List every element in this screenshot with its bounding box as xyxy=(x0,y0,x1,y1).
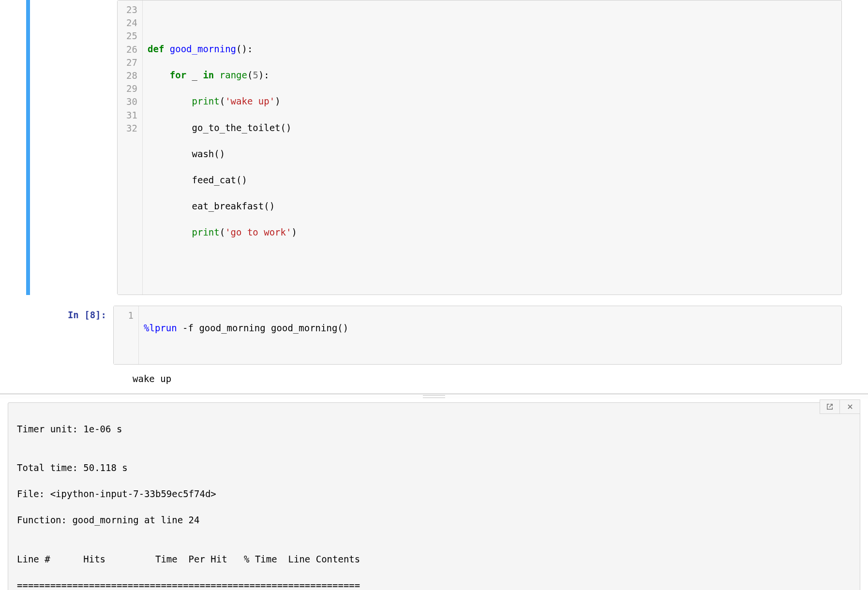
prompt-col: In [8]: xyxy=(26,306,113,320)
prompt-col-empty xyxy=(30,0,117,295)
code-line[interactable]: %lprun -f good_morning good_morning() xyxy=(144,322,837,335)
code-line[interactable] xyxy=(148,16,837,30)
input-prompt: In [8]: xyxy=(68,310,106,320)
code-line[interactable]: def good_morning(): xyxy=(148,43,837,56)
line-number: 31 xyxy=(118,109,137,122)
pager-line: File: <ipython-input-7-33b59ec5f74d> xyxy=(17,487,851,501)
pager-line: Total time: 50.118 s xyxy=(17,461,851,474)
code-line[interactable]: print('go to work') xyxy=(148,226,837,239)
stdout-text: wake up xyxy=(113,373,171,384)
code-cell-8[interactable]: In [8]: 1 %lprun -f good_morning good_mo… xyxy=(26,306,842,365)
pager-line: Function: good_morning at line 24 xyxy=(17,514,851,527)
code-editor[interactable]: 1 %lprun -f good_morning good_morning() xyxy=(113,306,842,365)
line-number: 1 xyxy=(114,309,134,322)
code-lines[interactable]: %lprun -f good_morning good_morning() xyxy=(139,306,841,364)
line-number: 29 xyxy=(118,82,137,95)
pager-header: Line # Hits Time Per Hit % Time Line Con… xyxy=(17,553,851,566)
pager-line: Timer unit: 1e-06 s xyxy=(17,423,851,436)
close-pager-button[interactable] xyxy=(840,399,860,414)
code-line[interactable]: for _ in range(5): xyxy=(148,69,837,82)
code-line[interactable]: print('wake up') xyxy=(148,95,837,108)
line-number-gutter: 1 xyxy=(114,306,139,364)
close-icon xyxy=(847,401,853,412)
code-lines[interactable]: def good_morning(): for _ in range(5): p… xyxy=(143,0,841,295)
line-number: 27 xyxy=(118,56,137,69)
notebook-area: 23 24 25 26 27 28 29 30 31 32 def good_m… xyxy=(0,0,868,384)
output-area: wake up xyxy=(26,373,842,384)
line-number-gutter: 23 24 25 26 27 28 29 30 31 32 xyxy=(118,0,143,295)
pager-content[interactable]: Timer unit: 1e-06 s Total time: 50.118 s… xyxy=(8,402,860,590)
cell-selected-indicator xyxy=(26,0,30,295)
code-line[interactable]: feed_cat() xyxy=(148,174,837,187)
line-number: 28 xyxy=(118,69,137,82)
code-line[interactable]: eat_breakfast() xyxy=(148,200,837,213)
external-link-icon xyxy=(826,401,833,412)
pager-toolbar xyxy=(820,399,860,414)
prompt-col-empty xyxy=(26,373,113,384)
line-number: 25 xyxy=(118,30,137,43)
code-line[interactable]: go_to_the_toilet() xyxy=(148,121,837,134)
line-number: 30 xyxy=(118,95,137,108)
open-external-button[interactable] xyxy=(820,399,840,414)
pager-rule: ========================================… xyxy=(17,579,851,590)
code-line[interactable]: wash() xyxy=(148,148,837,161)
code-line[interactable] xyxy=(148,252,837,265)
line-number: 26 xyxy=(118,43,137,56)
pane-splitter[interactable] xyxy=(0,394,868,398)
line-number: 23 xyxy=(118,3,137,16)
code-editor[interactable]: 23 24 25 26 27 28 29 30 31 32 def good_m… xyxy=(117,0,842,295)
line-number: 32 xyxy=(118,122,137,135)
code-cell-7[interactable]: 23 24 25 26 27 28 29 30 31 32 def good_m… xyxy=(26,0,842,295)
pager-pane: Timer unit: 1e-06 s Total time: 50.118 s… xyxy=(0,398,868,590)
line-number: 24 xyxy=(118,16,137,30)
